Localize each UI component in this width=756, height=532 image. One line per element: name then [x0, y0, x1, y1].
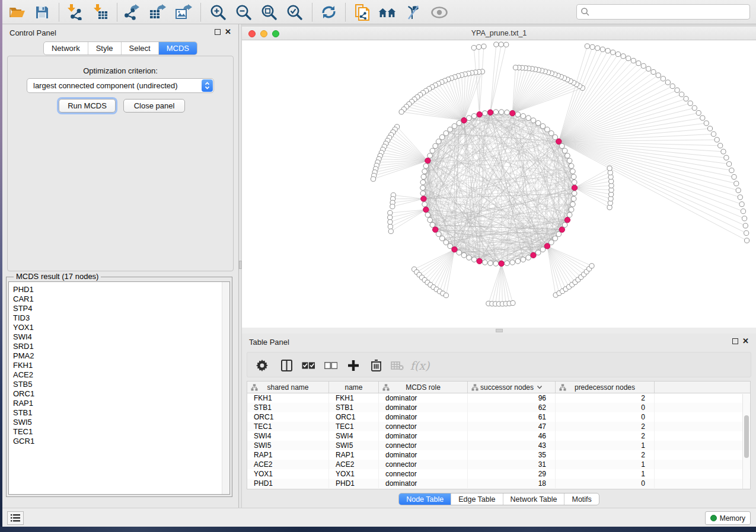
show-panels-icon[interactable]	[378, 4, 396, 21]
table-row[interactable]: SWI5SWI5connector431	[247, 441, 750, 450]
split-panel-icon[interactable]	[279, 358, 294, 373]
import-table-icon[interactable]	[91, 4, 109, 21]
status-bar: Memory	[2, 508, 756, 527]
mcds-list-scrollbar[interactable]	[222, 282, 229, 494]
mcds-result-item[interactable]: SRD1	[9, 342, 229, 351]
mcds-result-item[interactable]: ORC1	[9, 389, 229, 399]
hide-details-icon[interactable]	[404, 4, 422, 21]
table-body: FKH1FKH1dominator962STB1STB1dominator620…	[247, 393, 750, 488]
column-header-predecessor-nodes[interactable]: predecessor nodes	[556, 382, 655, 393]
table-row[interactable]: PHD1PHD1dominator180	[247, 479, 750, 488]
table-row[interactable]: ACE2ACE2connector311	[247, 460, 750, 469]
column-tree-icon	[251, 384, 258, 391]
toolbar-separator	[312, 3, 312, 21]
splitter-grip[interactable]	[496, 329, 503, 332]
table-cell: dominator	[379, 479, 468, 488]
import-network-icon[interactable]	[65, 4, 83, 21]
export-table-icon[interactable]	[148, 4, 166, 21]
mcds-result-item[interactable]: RAP1	[9, 399, 229, 408]
column-header-MCDS-role[interactable]: MCDS role	[379, 382, 468, 393]
table-row[interactable]: ORC1ORC1dominator610	[247, 412, 750, 422]
table-row[interactable]: TEC1TEC1connector472	[247, 422, 750, 431]
mcds-result-item[interactable]: FKH1	[9, 361, 229, 370]
table-cell: 62	[468, 403, 556, 412]
task-history-button[interactable]	[7, 511, 24, 525]
tab-select[interactable]: Select	[121, 42, 158, 55]
mcds-result-box: MCDS result (17 nodes) PHD1CAR1STP4TID3Y…	[6, 277, 232, 497]
apply-layout-icon[interactable]	[320, 4, 337, 21]
open-session-icon[interactable]	[8, 4, 26, 21]
save-session-icon[interactable]	[33, 4, 51, 21]
export-image-icon[interactable]	[174, 4, 192, 21]
tab-node-table[interactable]: Node Table	[399, 493, 451, 505]
hide-selected-icon[interactable]	[323, 358, 339, 373]
tab-edge-table[interactable]: Edge Table	[451, 493, 502, 505]
table-scrollbar-thumb[interactable]	[744, 415, 749, 458]
close-panel-button[interactable]: Close panel	[123, 99, 185, 113]
tab-network-table[interactable]: Network Table	[503, 493, 564, 505]
table-cell: connector	[379, 460, 468, 469]
mcds-result-item[interactable]: TID3	[9, 313, 229, 323]
show-details-icon[interactable]	[430, 4, 448, 21]
add-column-icon[interactable]	[346, 358, 361, 373]
close-panel-icon[interactable]: ✕	[742, 336, 749, 345]
table-cell: ORC1	[329, 412, 379, 422]
mcds-result-item[interactable]: GCR1	[9, 437, 229, 446]
float-panel-icon[interactable]	[215, 29, 221, 35]
table-cell-filler	[655, 441, 750, 450]
export-network-icon[interactable]	[122, 4, 140, 21]
column-header-name[interactable]: name	[329, 382, 379, 393]
column-header-shared-name[interactable]: shared name	[247, 382, 329, 393]
memory-status-icon	[710, 515, 717, 521]
show-selected-icon[interactable]	[301, 358, 316, 373]
table-cell: dominator	[379, 403, 468, 412]
clone-network-icon[interactable]	[353, 4, 371, 21]
tab-style[interactable]: Style	[88, 42, 121, 55]
float-panel-icon[interactable]	[732, 338, 738, 344]
column-header-successor-nodes[interactable]: successor nodes	[468, 382, 556, 393]
memory-button[interactable]: Memory	[705, 511, 751, 525]
table-cell: ORC1	[247, 412, 329, 422]
mcds-result-list[interactable]: PHD1CAR1STP4TID3YOX1SWI4SRD1PMA2FKH1ACE2…	[8, 281, 230, 495]
table-cell: dominator	[379, 393, 468, 403]
table-header-row: shared namenameMCDS rolesuccessor nodesp…	[247, 382, 750, 393]
table-row[interactable]: SWI4SWI4dominator462	[247, 431, 750, 441]
control-panel-tabs: NetworkStyleSelectMCDS	[2, 41, 238, 55]
delete-column-icon[interactable]	[368, 358, 384, 373]
network-canvas[interactable]	[242, 40, 756, 328]
run-mcds-button[interactable]: Run MCDS	[59, 99, 116, 113]
mcds-result-item[interactable]: STP4	[9, 304, 229, 313]
tab-mcds[interactable]: MCDS	[158, 42, 197, 55]
table-settings-icon[interactable]	[254, 358, 270, 373]
tab-network[interactable]: Network	[44, 42, 88, 55]
mcds-result-item[interactable]: STB1	[9, 408, 229, 418]
zoom-in-icon[interactable]	[209, 4, 227, 21]
mcds-result-item[interactable]: SWI5	[9, 418, 229, 427]
search-input[interactable]	[590, 8, 749, 17]
table-row[interactable]: FKH1FKH1dominator962	[247, 393, 750, 403]
table-row[interactable]: STB1STB1dominator620	[247, 403, 750, 412]
table-row[interactable]: YOX1YOX1connector291	[247, 469, 750, 479]
table-scrollbar[interactable]	[742, 394, 749, 489]
mcds-result-item[interactable]: PHD1	[9, 285, 229, 294]
zoom-fit-icon[interactable]	[260, 4, 277, 21]
zoom-out-icon[interactable]	[234, 4, 252, 21]
table-cell: SWI4	[247, 431, 329, 441]
tab-motifs[interactable]: Motifs	[564, 493, 598, 505]
table-cell: TEC1	[329, 422, 379, 431]
table-cell: 0	[556, 479, 655, 488]
mcds-result-item[interactable]: ACE2	[9, 370, 229, 380]
table-cell: YOX1	[247, 469, 329, 479]
close-panel-icon[interactable]: ✕	[225, 27, 231, 36]
mcds-result-item[interactable]: PMA2	[9, 351, 229, 361]
search-box[interactable]	[576, 4, 750, 20]
mcds-result-item[interactable]: SWI4	[9, 332, 229, 342]
zoom-selected-icon[interactable]	[285, 4, 303, 21]
mcds-result-item[interactable]: CAR1	[9, 294, 229, 304]
mcds-result-item[interactable]: TEC1	[9, 427, 229, 437]
table-row[interactable]: RAP1RAP1dominator352	[247, 450, 750, 460]
horizontal-splitter[interactable]	[242, 328, 756, 334]
mcds-result-item[interactable]: STB5	[9, 380, 229, 389]
criterion-dropdown[interactable]: largest connected component (undirected)	[27, 78, 214, 93]
mcds-result-item[interactable]: YOX1	[9, 323, 229, 332]
